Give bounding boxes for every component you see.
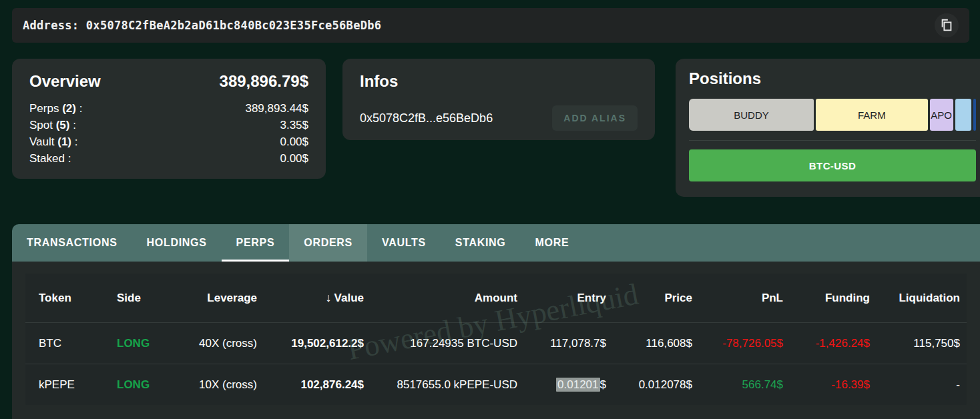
position-tags: BUDDY FARM APO [689, 99, 976, 131]
cell-leverage: 40X (cross) [177, 337, 257, 350]
column-header-funding[interactable]: Funding [783, 292, 870, 305]
cell-entry: 0.01201$ [517, 378, 606, 392]
cell-price: 116,608$ [606, 337, 692, 350]
cell-liquidation: - [870, 378, 960, 392]
position-tag-apo[interactable]: APO [930, 99, 953, 131]
cell-leverage: 10X (cross) [177, 378, 257, 392]
column-header-side[interactable]: Side [117, 292, 177, 305]
copy-icon [939, 18, 954, 33]
infos-card: Infos 0x5078C2fB...e56BeDb6 ADD ALIAS [342, 59, 655, 140]
infos-title: Infos [360, 72, 638, 91]
cell-pnl: 566.74$ [692, 378, 783, 392]
position-tag-blue[interactable] [955, 99, 971, 131]
tab-content-panel: Powered by Hyperliquid Token Side Levera… [12, 262, 980, 419]
overview-row-spot: Spot (5) : 3.35$ [29, 117, 308, 133]
positions-card: Positions BUDDY FARM APO BTC-USD [676, 59, 980, 197]
overview-total-value: 389,896.79$ [220, 72, 308, 91]
tab-vaults[interactable]: VAULTS [367, 224, 441, 262]
overview-card: Overview 389,896.79$ Perps (2) : 389,893… [12, 59, 326, 179]
positions-title: Positions [689, 69, 976, 88]
overview-row-label: Perps (2) : [29, 100, 82, 117]
table-row-kpepe[interactable]: kPEPE LONG 10X (cross) 102,876.24$ 85176… [25, 364, 967, 405]
cell-liquidation: 115,750$ [870, 337, 960, 350]
column-header-value[interactable]: ↓Value [257, 291, 364, 305]
cell-side: LONG [117, 378, 177, 392]
cell-side: LONG [117, 337, 177, 350]
overview-row-value: 389,893.44$ [245, 100, 308, 117]
selected-text: 0.01201 [556, 378, 599, 392]
overview-row-label: Vault (1) : [29, 133, 77, 150]
overview-row-value: 3.35$ [280, 117, 308, 133]
main-tab-bar: TRANSACTIONS HOLDINGS PERPS ORDERS VAULT… [12, 224, 980, 262]
column-header-token[interactable]: Token [39, 292, 117, 305]
address-value: 0x5078C2fBeA2b2aD61bc840Bc023E35Fce56BeD… [86, 19, 381, 32]
cell-token: kPEPE [39, 378, 117, 392]
table-header-row: Token Side Leverage ↓Value Amount Entry … [25, 274, 967, 322]
column-header-amount[interactable]: Amount [364, 292, 517, 305]
table-row-btc[interactable]: BTC LONG 40X (cross) 19,502,612.2$ 167.2… [25, 322, 967, 364]
short-address: 0x5078C2fB...e56BeDb6 [360, 111, 493, 125]
overview-row-label: Spot (5) : [29, 117, 76, 133]
position-tag-farm[interactable]: FARM [816, 99, 928, 131]
cell-entry: 117,078.7$ [517, 337, 606, 350]
cell-value: 19,502,612.2$ [257, 337, 364, 350]
cell-value: 102,876.24$ [257, 378, 364, 392]
copy-address-button[interactable] [935, 13, 959, 37]
tab-perps[interactable]: PERPS [222, 224, 290, 262]
overview-row-perps: Perps (2) : 389,893.44$ [29, 100, 308, 117]
column-header-leverage[interactable]: Leverage [177, 292, 257, 305]
overview-row-value: 0.00$ [280, 133, 308, 150]
cell-price: 0.012078$ [606, 378, 692, 392]
tab-staking[interactable]: STAKING [441, 224, 521, 262]
tab-orders[interactable]: ORDERS [289, 224, 367, 262]
tab-transactions[interactable]: TRANSACTIONS [12, 224, 132, 262]
overview-row-label: Staked : [29, 150, 71, 167]
address-prefix: Address: [23, 19, 79, 32]
overview-breakdown: Perps (2) : 389,893.44$ Spot (5) : 3.35$… [29, 100, 308, 167]
column-header-entry[interactable]: Entry [517, 292, 606, 305]
cell-token: BTC [39, 337, 117, 350]
position-tag-buddy[interactable]: BUDDY [689, 99, 814, 131]
cell-pnl: -78,726.05$ [692, 337, 783, 350]
tab-more[interactable]: MORE [521, 224, 584, 262]
column-header-pnl[interactable]: PnL [692, 292, 783, 305]
address-bar: Address: 0x5078C2fBeA2b2aD61bc840Bc023E3… [12, 8, 969, 43]
pair-button-btc-usd[interactable]: BTC-USD [689, 149, 976, 181]
cell-funding: -1,426.24$ [783, 337, 870, 350]
column-header-liquidation[interactable]: Liquidation [870, 292, 960, 305]
overview-row-staked: Staked : 0.00$ [29, 150, 308, 167]
add-alias-button[interactable]: ADD ALIAS [552, 105, 638, 131]
cell-amount: 8517655.0 kPEPE-USD [364, 378, 517, 392]
position-tag-clipped[interactable] [973, 99, 976, 131]
cell-amount: 167.24935 BTC-USD [364, 337, 517, 350]
perps-table: Powered by Hyperliquid Token Side Levera… [25, 274, 967, 405]
tab-holdings[interactable]: HOLDINGS [132, 224, 222, 262]
cell-funding: -16.39$ [783, 378, 870, 392]
sort-descending-icon: ↓ [326, 291, 332, 304]
overview-row-vault: Vault (1) : 0.00$ [29, 133, 308, 150]
overview-row-value: 0.00$ [280, 150, 308, 167]
overview-title: Overview [29, 72, 101, 91]
column-header-price[interactable]: Price [606, 292, 692, 305]
address-label: Address: 0x5078C2fBeA2b2aD61bc840Bc023E3… [23, 19, 381, 32]
positions-divider [689, 140, 976, 141]
